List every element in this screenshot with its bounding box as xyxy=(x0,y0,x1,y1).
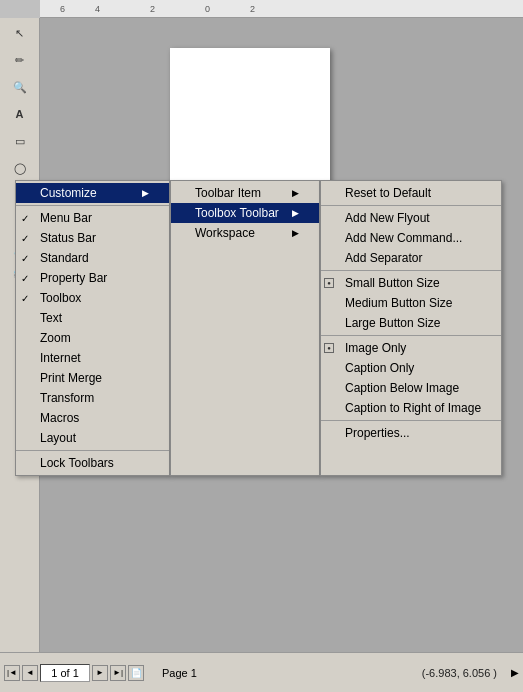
properties-item[interactable]: Properties... xyxy=(321,423,501,443)
text-label: Text xyxy=(40,311,62,325)
menubar-label: Menu Bar xyxy=(40,211,92,225)
select-tool[interactable]: ↖ xyxy=(7,20,33,46)
divider-6 xyxy=(321,420,501,421)
transform-label: Transform xyxy=(40,391,94,405)
zoom-item[interactable]: Zoom xyxy=(16,328,169,348)
add-page-btn[interactable]: 📄 xyxy=(128,665,144,681)
toolbox-toolbar-menu[interactable]: Toolbox Toolbar ▶ xyxy=(171,203,319,223)
propertybar-check: ✓ xyxy=(21,273,29,284)
printmerge-item[interactable]: Print Merge xyxy=(16,368,169,388)
standard-label: Standard xyxy=(40,251,89,265)
ruler-top: 6 4 2 0 2 xyxy=(40,0,523,18)
standard-check: ✓ xyxy=(21,253,29,264)
freehand-tool[interactable]: ✏ xyxy=(7,47,33,73)
divider-5 xyxy=(321,335,501,336)
toolbox-item[interactable]: ✓ Toolbox xyxy=(16,288,169,308)
internet-label: Internet xyxy=(40,351,81,365)
locktoolbars-label: Lock Toolbars xyxy=(40,456,114,470)
zoom-tool[interactable]: 🔍 xyxy=(7,74,33,100)
add-new-command-item[interactable]: Add New Command... xyxy=(321,228,501,248)
toolbox-toolbar-arrow: ▶ xyxy=(292,208,299,218)
menubar-check: ✓ xyxy=(21,213,29,224)
play-btn[interactable]: ▶ xyxy=(507,667,523,678)
propertybar-label: Property Bar xyxy=(40,271,107,285)
large-button-size-label: Large Button Size xyxy=(345,316,440,330)
divider-2 xyxy=(16,450,169,451)
add-new-command-label: Add New Command... xyxy=(345,231,462,245)
toolbox-toolbar-submenu: Reset to Default Add New Flyout Add New … xyxy=(320,180,502,476)
properties-label: Properties... xyxy=(345,426,410,440)
small-button-size-label: Small Button Size xyxy=(345,276,440,290)
context-menu-container: Customize ▶ ✓ Menu Bar ✓ Status Bar ✓ St… xyxy=(15,180,502,476)
first-page-btn[interactable]: |◄ xyxy=(4,665,20,681)
statusbar-check: ✓ xyxy=(21,233,29,244)
macros-label: Macros xyxy=(40,411,79,425)
divider-3 xyxy=(321,205,501,206)
internet-item[interactable]: Internet xyxy=(16,348,169,368)
divider-4 xyxy=(321,270,501,271)
prev-page-btn[interactable]: ◄ xyxy=(22,665,38,681)
menubar-item[interactable]: ✓ Menu Bar xyxy=(16,208,169,228)
customize-label: Customize xyxy=(40,186,97,200)
add-separator-item[interactable]: Add Separator xyxy=(321,248,501,268)
zoom-label: Zoom xyxy=(40,331,71,345)
customize-arrow: ▶ xyxy=(142,188,149,198)
statusbar-label: Status Bar xyxy=(40,231,96,245)
rect-tool[interactable]: ▭ xyxy=(7,128,33,154)
transform-item[interactable]: Transform xyxy=(16,388,169,408)
toolbox-label: Toolbox xyxy=(40,291,81,305)
printmerge-label: Print Merge xyxy=(40,371,102,385)
add-new-flyout-item[interactable]: Add New Flyout xyxy=(321,208,501,228)
image-only-item[interactable]: Image Only xyxy=(321,338,501,358)
caption-only-item[interactable]: Caption Only xyxy=(321,358,501,378)
workspace-arrow: ▶ xyxy=(292,228,299,238)
ellipse-tool[interactable]: ◯ xyxy=(7,155,33,181)
add-new-flyout-label: Add New Flyout xyxy=(345,211,430,225)
next-page-btn[interactable]: ► xyxy=(92,665,108,681)
layout-label: Layout xyxy=(40,431,76,445)
text-item[interactable]: Text xyxy=(16,308,169,328)
standard-item[interactable]: ✓ Standard xyxy=(16,248,169,268)
medium-button-size-label: Medium Button Size xyxy=(345,296,452,310)
page-indicator: 1 of 1 xyxy=(40,664,90,682)
macros-item[interactable]: Macros xyxy=(16,408,169,428)
caption-right-image-item[interactable]: Caption to Right of Image xyxy=(321,398,501,418)
small-button-radio xyxy=(324,278,334,288)
toolbar-item-arrow: ▶ xyxy=(292,188,299,198)
text-tool[interactable]: A xyxy=(7,101,33,127)
toolbar-item-menu[interactable]: Toolbar Item ▶ xyxy=(171,183,319,203)
caption-below-image-label: Caption Below Image xyxy=(345,381,459,395)
reset-to-default-label: Reset to Default xyxy=(345,186,431,200)
caption-below-image-item[interactable]: Caption Below Image xyxy=(321,378,501,398)
small-button-size-item[interactable]: Small Button Size xyxy=(321,273,501,293)
customize-submenu: Toolbar Item ▶ Toolbox Toolbar ▶ Workspa… xyxy=(170,180,320,476)
layout-item[interactable]: Layout xyxy=(16,428,169,448)
main-context-menu: Customize ▶ ✓ Menu Bar ✓ Status Bar ✓ St… xyxy=(15,180,170,476)
locktoolbars-item[interactable]: Lock Toolbars xyxy=(16,453,169,473)
caption-right-image-label: Caption to Right of Image xyxy=(345,401,481,415)
add-separator-label: Add Separator xyxy=(345,251,422,265)
caption-only-label: Caption Only xyxy=(345,361,414,375)
toolbar-item-label: Toolbar Item xyxy=(195,186,261,200)
workspace-label: Workspace xyxy=(195,226,255,240)
large-button-size-item[interactable]: Large Button Size xyxy=(321,313,501,333)
image-only-radio xyxy=(324,343,334,353)
coordinates-display: (-6.983, 6.056 ) xyxy=(422,667,497,679)
reset-to-default-item[interactable]: Reset to Default xyxy=(321,183,501,203)
last-page-btn[interactable]: ►| xyxy=(110,665,126,681)
toolbox-toolbar-label: Toolbox Toolbar xyxy=(195,206,279,220)
customize-menu-item[interactable]: Customize ▶ xyxy=(16,183,169,203)
propertybar-item[interactable]: ✓ Property Bar xyxy=(16,268,169,288)
medium-button-size-item[interactable]: Medium Button Size xyxy=(321,293,501,313)
divider-1 xyxy=(16,205,169,206)
page-navigation: |◄ ◄ 1 of 1 ► ►| 📄 Page 1 xyxy=(0,664,209,682)
status-bar: |◄ ◄ 1 of 1 ► ►| 📄 Page 1 (-6.983, 6.056… xyxy=(0,652,523,692)
toolbox-check: ✓ xyxy=(21,293,29,304)
statusbar-item[interactable]: ✓ Status Bar xyxy=(16,228,169,248)
workspace-menu[interactable]: Workspace ▶ xyxy=(171,223,319,243)
page-name: Page 1 xyxy=(154,665,205,681)
image-only-label: Image Only xyxy=(345,341,406,355)
